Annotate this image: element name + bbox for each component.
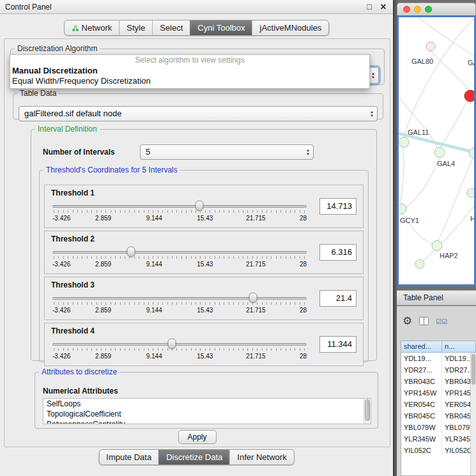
slider-ticks [54,302,305,305]
numerical-attributes-list[interactable]: SelfLoopsTopologicalCoefficientBetweenne… [43,398,371,424]
slider-scale-label: 2.859 [95,307,111,314]
table-cell-shared-name: YIL052C [401,445,442,456]
table-row[interactable]: YER054C YER054C [401,399,476,410]
threshold-slider[interactable]: -3.4262.8599.14415.4321.71528 [52,291,307,318]
network-view-window: GAL80 GA GAL11 GAL4 GCY1 H HAP2 [397,3,476,286]
slider-thumb[interactable] [127,247,135,257]
network-node[interactable] [399,204,406,214]
table-scrollbar[interactable] [470,353,476,475]
tab-label: Network [82,23,112,33]
close-icon[interactable] [379,2,388,12]
bottom-tab-impute-data[interactable]: Impute Data [99,450,158,464]
table-row[interactable]: YBL079W YBL079W [401,422,476,433]
bottom-tab-bar: Impute DataDiscretize DataInfer Network [98,449,294,465]
screen: Control Panel NetworkStyleSelectCyni Too… [0,0,476,476]
dropdown-option-equal-width-frequency[interactable]: Equal Width/Frequency Discretization [10,76,369,86]
network-node[interactable] [426,42,435,51]
scrollbar-thumb[interactable] [365,399,370,421]
network-node[interactable] [469,148,474,158]
slider-scale-label: 28 [300,215,307,222]
window-titlebar[interactable]: Control Panel [0,0,393,14]
table-row[interactable]: YLR345W YLR345W [401,433,476,445]
slider-thumb[interactable] [249,293,257,303]
attributes-group: Attributes to discretize Numerical Attri… [35,367,378,429]
threshold-slider[interactable]: -3.4262.8599.14415.4321.71528 [52,199,307,226]
attribute-item-selfloops[interactable]: SelfLoops [43,399,371,409]
network-node[interactable] [415,259,424,268]
network-window-titlebar[interactable] [397,3,476,15]
table-cell-shared-name: YLR345W [401,433,442,445]
slider-scale-label: 2.859 [95,353,111,360]
table-panel-title: Table Panel [403,293,443,302]
cyni-toolbox-panel: Discretization Algorithm Select algorith… [4,38,390,447]
table-row[interactable]: YDL19... YDL19... [401,353,476,364]
select-columns-icon[interactable] [436,316,447,326]
threshold-block: Threshold 2 -3.4262.8599.14415.4321.7152… [44,231,364,274]
list-scrollbar[interactable] [364,399,371,424]
network-node[interactable] [467,188,474,197]
table-row[interactable]: YPR145W YPR145W [401,387,476,399]
slider-track[interactable] [52,297,307,300]
number-of-intervals-combobox[interactable]: 5 [140,144,314,160]
slider-scale-label: 2.859 [95,215,111,222]
table-row[interactable]: YBR045C YBR045C [401,410,476,422]
tab-jactivemnodules[interactable]: jActiveMNodules [252,20,329,35]
table-panel-titlebar[interactable]: Table Panel [397,290,476,305]
network-canvas[interactable]: GAL80 GA GAL11 GAL4 GCY1 H HAP2 [397,15,476,286]
network-node-selected[interactable] [464,90,474,102]
slider-track[interactable] [52,251,307,254]
tab-select[interactable]: Select [152,20,190,35]
table-row[interactable]: YDR27... YDR27... [401,364,476,376]
table-cell-shared-name: YDL19... [401,353,442,364]
slider-thumb[interactable] [168,339,176,349]
tab-network[interactable]: Network [65,20,119,35]
mac-minimize-icon[interactable] [414,6,421,13]
right-column: GAL80 GA GAL11 GAL4 GCY1 H HAP2 Table Pa… [397,0,476,476]
table-row[interactable]: YIL052C YIL052C [401,445,476,456]
attribute-item-betweennesscentrality[interactable]: BetweennessCentrality [43,419,371,424]
threshold-value-field[interactable]: 11.344 [319,336,357,353]
bottom-tab-infer-network[interactable]: Infer Network [229,450,293,464]
mac-close-icon[interactable] [403,6,410,13]
node-label: GAL4 [437,160,455,167]
slider-ticks [54,348,305,351]
table-data-combobox-value: galFiltered.sif default node [24,107,364,121]
scrollbar-thumb[interactable] [472,354,475,385]
float-window-icon[interactable] [365,2,374,12]
threshold-value-field[interactable]: 21.4 [319,290,357,307]
threshold-slider[interactable]: -3.4262.8599.14415.4321.71528 [52,337,307,364]
tab-cyni-toolbox[interactable]: Cyni Toolbox [190,20,252,35]
bottom-tab-discretize-data[interactable]: Discretize Data [158,450,229,464]
slider-scale-label: 21.715 [246,307,266,314]
slider-track[interactable] [52,343,307,346]
attribute-item-topologicalcoefficient[interactable]: TopologicalCoefficient [43,409,371,419]
gear-icon[interactable] [403,314,412,328]
column-header-name[interactable]: n... [442,341,476,353]
mac-zoom-icon[interactable] [425,6,432,13]
tab-label: Cyni Toolbox [197,23,245,33]
network-node[interactable] [399,137,409,148]
threshold-value-field[interactable]: 14.713 [319,198,357,215]
slider-scale-label: 9.144 [146,353,162,360]
threshold-value-field[interactable]: 6.316 [319,244,357,261]
slider-scale: -3.4262.8599.14415.4321.71528 [52,307,307,315]
control-panel-window: Control Panel NetworkStyleSelectCyni Too… [0,0,394,476]
table-cell-shared-name: YER054C [401,399,442,410]
dropdown-option-manual-discretization[interactable]: Manual Discretization [10,66,369,76]
table-data-combobox[interactable]: galFiltered.sif default node [19,106,378,121]
threshold-slider[interactable]: -3.4262.8599.14415.4321.71528 [52,245,307,272]
table-row[interactable]: YBR043C YBR043C [401,376,476,387]
column-header-shared-name[interactable]: shared... [401,341,442,353]
network-node[interactable] [434,148,445,158]
network-node[interactable] [432,240,442,250]
apply-button[interactable]: Apply [178,430,216,444]
table-cell-shared-name: YBR043C [401,376,442,387]
columns-icon[interactable] [419,317,429,325]
slider-track[interactable] [52,205,307,208]
tab-label: Infer Network [237,452,286,462]
tab-style[interactable]: Style [119,20,152,35]
slider-scale-label: 2.859 [95,261,111,268]
slider-scale-label: -3.426 [52,353,70,360]
number-of-intervals-value: 5 [146,145,300,159]
slider-thumb[interactable] [195,201,203,211]
